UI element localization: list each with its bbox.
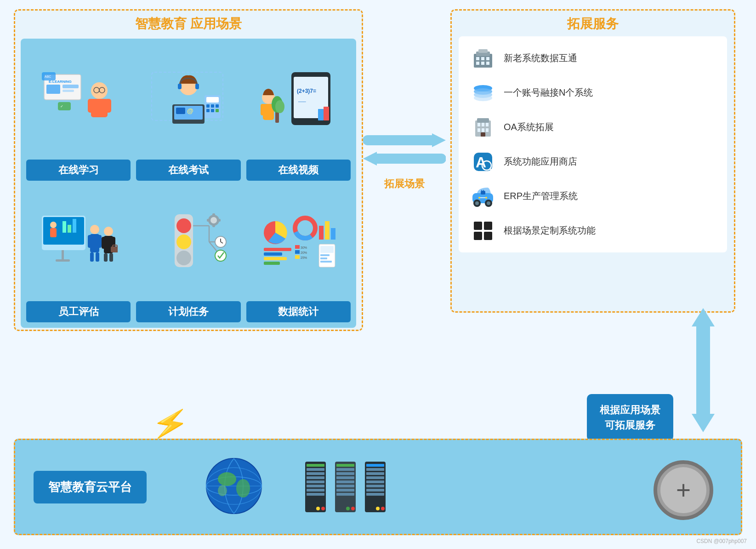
svg-rect-128 <box>477 123 480 126</box>
svg-rect-150 <box>474 222 482 230</box>
svg-rect-89 <box>319 226 324 240</box>
svg-text:25%: 25% <box>301 256 307 259</box>
vertical-double-arrow <box>685 308 722 432</box>
service-text-5: ERP生产管理系统 <box>504 190 578 202</box>
plus-circle: + <box>654 460 713 520</box>
svg-point-125 <box>474 95 492 101</box>
svg-rect-79 <box>212 223 215 227</box>
inner-blue-area: E-LEARNING <box>21 39 356 328</box>
svg-point-197 <box>381 507 385 510</box>
right-inner-box: 新老系统数据互通 一个账号融接N个系统 <box>459 36 727 252</box>
svg-rect-172 <box>307 485 324 487</box>
svg-rect-132 <box>482 128 484 132</box>
svg-point-54 <box>90 225 99 234</box>
svg-rect-7 <box>88 99 94 113</box>
svg-rect-64 <box>104 253 108 262</box>
service-item-5: ERP生产管理系统 <box>470 183 716 209</box>
svg-rect-22 <box>176 108 185 114</box>
svg-point-141 <box>475 201 479 205</box>
svg-rect-169 <box>307 472 324 475</box>
svg-rect-171 <box>307 480 324 483</box>
svg-rect-115 <box>478 49 488 53</box>
svg-rect-51 <box>73 219 76 233</box>
svg-rect-119 <box>476 62 479 65</box>
svg-point-143 <box>487 201 490 205</box>
svg-rect-4 <box>63 90 74 92</box>
svg-rect-130 <box>486 123 489 126</box>
svg-rect-104 <box>320 254 330 256</box>
svg-point-77 <box>210 217 217 223</box>
cell-online-learning: E-LEARNING <box>26 44 131 181</box>
svg-rect-62 <box>102 237 106 249</box>
service-text-2: 一个账号融接N个系统 <box>504 86 593 99</box>
svg-rect-131 <box>477 128 480 132</box>
cell-label-online-video: 在线视频 <box>246 160 351 181</box>
svg-rect-192 <box>366 476 384 479</box>
svg-rect-38 <box>261 104 265 115</box>
svg-point-187 <box>346 507 350 510</box>
service-text-1: 新老系统数据互通 <box>504 52 577 64</box>
svg-rect-78 <box>212 213 215 217</box>
service-text-6: 根据场景定制系统功能 <box>504 224 596 237</box>
svg-point-60 <box>104 227 113 236</box>
svg-rect-56 <box>88 235 92 248</box>
svg-rect-152 <box>474 232 482 240</box>
cell-label-data-stats: 数据统计 <box>246 301 351 322</box>
svg-point-69 <box>176 218 191 233</box>
svg-rect-90 <box>325 221 330 240</box>
service-icon-5 <box>470 183 495 209</box>
svg-rect-31 <box>216 109 219 112</box>
service-text-3: OA系统拓展 <box>504 121 554 133</box>
svg-rect-40 <box>275 111 279 123</box>
svg-rect-190 <box>366 468 384 471</box>
svg-rect-179 <box>336 468 354 471</box>
service-icon-1 <box>470 46 495 71</box>
horizontal-arrows-svg <box>363 129 446 170</box>
cell-plan-task: 计划任务 <box>136 186 240 323</box>
svg-rect-93 <box>264 252 282 256</box>
cell-label-online-exam: 在线考试 <box>136 160 240 181</box>
service-icon-3 <box>470 114 495 140</box>
svg-rect-3 <box>63 85 79 88</box>
svg-rect-44 <box>318 109 324 120</box>
svg-point-163 <box>218 472 236 486</box>
svg-rect-121 <box>486 62 489 65</box>
svg-rect-29 <box>206 109 210 112</box>
svg-rect-147 <box>481 191 485 194</box>
svg-point-164 <box>236 479 250 498</box>
illus-employee-eval <box>40 186 118 298</box>
svg-text:___: ___ <box>298 97 306 102</box>
svg-rect-194 <box>366 485 384 487</box>
illus-online-exam: @ <box>149 44 227 156</box>
svg-point-85 <box>215 250 226 261</box>
bottom-panel: 智慧教育云平台 <box>14 439 742 535</box>
service-item-4: A 系统功能应用商店 <box>470 149 716 174</box>
svg-rect-59 <box>96 252 99 262</box>
svg-rect-58 <box>90 252 94 262</box>
svg-rect-50 <box>68 225 71 233</box>
svg-rect-196 <box>366 493 384 496</box>
cloud-platform-label: 智慧教育云平台 <box>34 471 147 503</box>
svg-rect-195 <box>366 489 384 492</box>
svg-rect-116 <box>476 57 479 60</box>
left-panel-title: 智慧教育 应用场景 <box>15 11 362 35</box>
svg-point-175 <box>321 507 325 510</box>
svg-rect-117 <box>481 57 484 60</box>
svg-rect-94 <box>264 257 287 260</box>
expand-scene-label: 拓展场景 <box>384 177 425 191</box>
svg-text:20%: 20% <box>301 251 307 254</box>
cell-online-video: (2+3)7= ___ <box>246 44 351 181</box>
svg-marker-110 <box>432 133 446 147</box>
svg-rect-153 <box>484 232 492 240</box>
service-text-4: 系统功能应用商店 <box>504 155 577 168</box>
svg-rect-133 <box>486 128 489 132</box>
svg-rect-96 <box>295 245 300 249</box>
svg-rect-81 <box>207 219 210 222</box>
illus-data-stats: 30% 20% 25% <box>259 186 337 298</box>
svg-marker-112 <box>363 152 377 166</box>
svg-rect-157 <box>696 326 710 414</box>
svg-point-70 <box>176 234 191 249</box>
svg-rect-106 <box>320 261 332 263</box>
svg-rect-53 <box>56 259 70 262</box>
service-icon-2 <box>470 80 495 105</box>
